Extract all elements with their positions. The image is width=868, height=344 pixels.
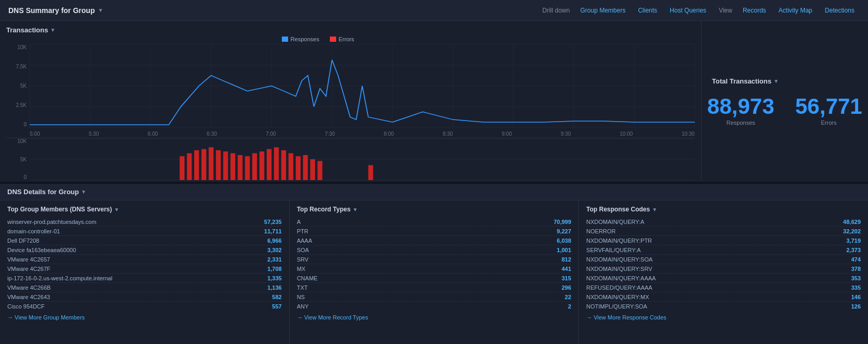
list-item: CNAME 315 xyxy=(297,274,572,283)
list-item: NXDOMAIN/QUERY:MX 146 xyxy=(586,292,861,302)
dns-details-title: DNS Details for Group xyxy=(7,188,79,196)
error-svg xyxy=(30,138,695,180)
svg-rect-30 xyxy=(252,153,257,180)
svg-rect-33 xyxy=(274,147,279,180)
list-item: REFUSED/QUERY:AAAA 335 xyxy=(586,283,861,292)
list-item: TXT 296 xyxy=(297,283,572,292)
list-item: VMware 4C2643 582 xyxy=(7,292,282,302)
legend-errors-dot xyxy=(330,37,336,42)
list-item: Cisco 954DCF 557 xyxy=(7,302,282,311)
response-chart: 10K 7.5K 5K 2.5K 0 xyxy=(6,44,695,138)
svg-rect-36 xyxy=(296,156,301,180)
errors-value: 56,771 xyxy=(795,96,862,117)
nav-detections[interactable]: Detections xyxy=(819,5,860,16)
svg-rect-23 xyxy=(201,149,206,180)
title-caret[interactable]: ▼ xyxy=(98,7,103,13)
y-axis-response: 10K 7.5K 5K 2.5K 0 xyxy=(6,44,30,127)
list-item: PTR 9,227 xyxy=(297,227,572,236)
list-item: NOERROR 32,202 xyxy=(586,227,861,236)
list-item: NXDOMAIN/QUERY:AAAA 353 xyxy=(586,274,861,283)
legend-responses-dot xyxy=(282,37,288,42)
view-more-response-codes[interactable]: → View More Response Codes xyxy=(586,314,861,321)
top-section: Transactions ▼ Responses Errors 10K 7.5K xyxy=(0,21,868,183)
svg-rect-38 xyxy=(310,159,315,180)
dns-details-caret[interactable]: ▼ xyxy=(81,189,86,195)
list-item: domain-controller-01 11,711 xyxy=(7,227,282,236)
view-more-record-types[interactable]: → View More Record Types xyxy=(297,314,572,321)
legend-responses-label: Responses xyxy=(291,36,319,42)
nav-view-label: View xyxy=(719,7,732,14)
list-item: winserver-prod.patchtuesdays.com 57,235 xyxy=(7,217,282,227)
title-text: DNS Summary for Group xyxy=(8,6,95,15)
y-axis-error: 10K 5K 0 xyxy=(6,138,30,180)
group-members-list: winserver-prod.patchtuesdays.com 57,235 … xyxy=(7,217,282,311)
responses-stat: 88,973 Responses xyxy=(707,96,774,126)
record-types-title: Top Record Types ▼ xyxy=(297,206,572,213)
errors-label: Errors xyxy=(821,120,837,126)
view-more-group-members[interactable]: → View More Group Members xyxy=(7,314,282,321)
list-item: VMware 4C267F 1,708 xyxy=(7,264,282,274)
list-item: AAAA 6,038 xyxy=(297,236,572,245)
page-title: DNS Summary for Group ▼ xyxy=(8,6,103,15)
svg-rect-24 xyxy=(209,147,213,180)
header: DNS Summary for Group ▼ Drill down Group… xyxy=(0,0,868,21)
legend-errors-label: Errors xyxy=(339,36,354,42)
record-types-caret[interactable]: ▼ xyxy=(353,207,358,212)
svg-rect-35 xyxy=(289,153,293,180)
svg-rect-25 xyxy=(216,150,221,180)
response-codes-title: Top Response Codes ▼ xyxy=(586,206,861,213)
transactions-title: Transactions ▼ xyxy=(6,26,695,34)
list-item: A 70,999 xyxy=(297,217,572,227)
header-nav: Drill down Group Members Clients Host Qu… xyxy=(542,5,860,16)
svg-rect-21 xyxy=(187,153,192,180)
svg-rect-40 xyxy=(368,165,373,180)
group-members-col: Top Group Members (DNS Servers) ▼ winser… xyxy=(0,200,290,344)
list-item: MX 441 xyxy=(297,264,572,274)
legend-responses: Responses xyxy=(282,36,319,42)
list-item: NS 22 xyxy=(297,292,572,302)
error-chart: 10K 5K 0 xyxy=(6,138,695,180)
chart-legend: Responses Errors xyxy=(282,36,695,42)
svg-rect-29 xyxy=(245,156,249,180)
list-item: VMware 4C266B 1,136 xyxy=(7,283,282,292)
list-item: NXDOMAIN/QUERY:A 48,629 xyxy=(586,217,861,227)
total-transactions-title-text: Total Transactions xyxy=(712,77,771,85)
group-members-title-text: Top Group Members (DNS Servers) xyxy=(7,206,112,213)
list-item: ip-172-16-0-2.us-west-2.compute.internal… xyxy=(7,274,282,283)
list-item: SERVFAIL/QUERY:A 2,373 xyxy=(586,245,861,255)
errors-stat: 56,771 Errors xyxy=(795,96,862,126)
svg-rect-32 xyxy=(267,149,271,180)
response-codes-col: Top Response Codes ▼ NXDOMAIN/QUERY:A 48… xyxy=(579,200,868,344)
response-codes-caret[interactable]: ▼ xyxy=(652,207,657,212)
response-svg xyxy=(30,44,695,127)
record-types-title-text: Top Record Types xyxy=(297,206,351,213)
response-codes-list: NXDOMAIN/QUERY:A 48,629 NOERROR 32,202 N… xyxy=(586,217,861,311)
list-item: NOTIMPL/QUERY:SOA 126 xyxy=(586,302,861,311)
total-transactions-caret[interactable]: ▼ xyxy=(774,78,779,84)
nav-group-members[interactable]: Group Members xyxy=(575,5,631,16)
legend-errors: Errors xyxy=(330,36,354,42)
list-item: NXDOMAIN/QUERY:SRV 378 xyxy=(586,264,861,274)
svg-rect-39 xyxy=(317,161,322,180)
transactions-caret[interactable]: ▼ xyxy=(50,27,55,33)
list-item: VMware 4C2657 2,331 xyxy=(7,255,282,264)
list-item: Dell DF7208 6,966 xyxy=(7,236,282,245)
record-types-col: Top Record Types ▼ A 70,999 PTR 9,227 AA… xyxy=(290,200,579,344)
svg-rect-34 xyxy=(281,150,286,180)
stats-row: 88,973 Responses 56,771 Errors xyxy=(707,96,862,126)
nav-host-queries[interactable]: Host Queries xyxy=(664,5,711,16)
nav-clients[interactable]: Clients xyxy=(633,5,662,16)
list-item: ANY 2 xyxy=(297,302,572,311)
svg-rect-27 xyxy=(231,153,235,180)
list-item: NXDOMAIN/QUERY:PTR 3,719 xyxy=(586,236,861,245)
list-item: SOA 1,001 xyxy=(297,245,572,255)
group-members-title: Top Group Members (DNS Servers) ▼ xyxy=(7,206,282,213)
responses-label: Responses xyxy=(727,120,755,126)
response-codes-title-text: Top Response Codes xyxy=(586,206,650,213)
nav-activity-map[interactable]: Activity Map xyxy=(774,5,818,16)
nav-records[interactable]: Records xyxy=(738,5,771,16)
response-chart-plot xyxy=(30,44,695,127)
group-members-caret[interactable]: ▼ xyxy=(114,207,119,212)
nav-drilldown-label: Drill down xyxy=(542,7,570,14)
svg-rect-26 xyxy=(223,151,228,180)
